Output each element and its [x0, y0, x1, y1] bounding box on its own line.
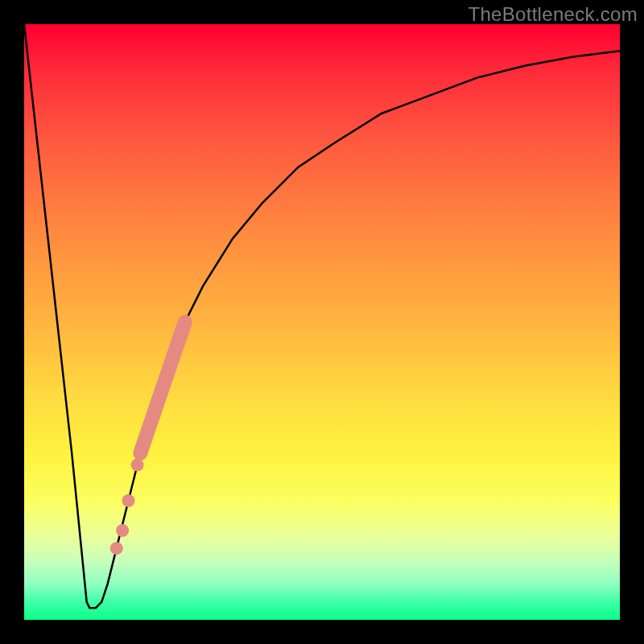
highlight-dot: [116, 524, 129, 537]
highlight-dot: [131, 459, 144, 472]
bottleneck-curve: [24, 24, 620, 608]
highlight-dots: [110, 459, 144, 555]
highlight-dot: [110, 542, 123, 555]
watermark-text: TheBottleneck.com: [468, 3, 638, 26]
chart-overlay: [24, 24, 620, 620]
highlight-bar: [140, 322, 185, 453]
chart-frame: TheBottleneck.com: [0, 0, 644, 644]
highlight-dot: [122, 494, 135, 507]
plot-area: [24, 24, 620, 620]
